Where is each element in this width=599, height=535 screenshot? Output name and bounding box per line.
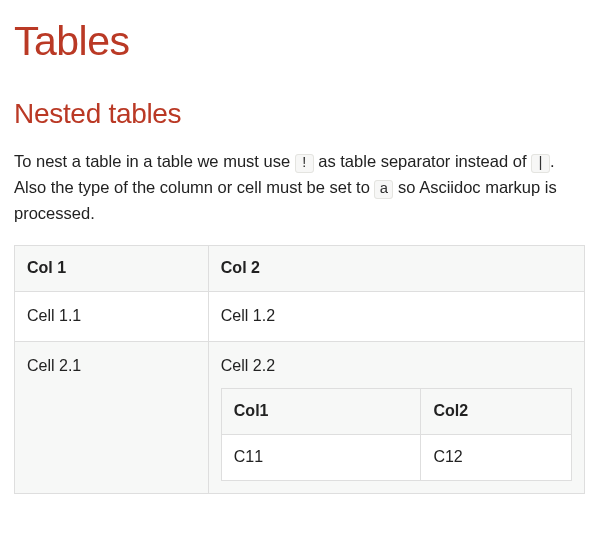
text: as table separator instead of	[314, 152, 531, 170]
text: To nest a table in a table we must use	[14, 152, 295, 170]
code-exclaim: !	[295, 154, 314, 173]
table-row: Cell 1.1 Cell 1.2	[15, 291, 585, 341]
intro-paragraph: To nest a table in a table we must use !…	[14, 149, 585, 227]
outer-table: Col 1 Col 2 Cell 1.1 Cell 1.2 Cell 2.1 C…	[14, 245, 585, 494]
table-row: C11 C12	[221, 435, 571, 481]
nested-cell-label: Cell 2.2	[221, 354, 572, 379]
section-heading: Nested tables	[14, 92, 585, 135]
col-header: Col 2	[208, 246, 584, 292]
code-pipe: |	[531, 154, 550, 173]
table-cell: Cell 2.1	[15, 341, 209, 493]
table-cell: Cell 1.2	[208, 291, 584, 341]
col-header: Col2	[421, 389, 572, 435]
table-header-row: Col1 Col2	[221, 389, 571, 435]
col-header: Col1	[221, 389, 421, 435]
table-cell-nested: Cell 2.2 Col1 Col2 C11 C12	[208, 341, 584, 493]
table-cell: C11	[221, 435, 421, 481]
table-row: Cell 2.1 Cell 2.2 Col1 Col2 C11 C12	[15, 341, 585, 493]
table-cell: Cell 1.1	[15, 291, 209, 341]
col-header: Col 1	[15, 246, 209, 292]
page-title: Tables	[14, 10, 585, 74]
table-header-row: Col 1 Col 2	[15, 246, 585, 292]
table-cell: C12	[421, 435, 572, 481]
inner-table: Col1 Col2 C11 C12	[221, 388, 572, 481]
code-a: a	[374, 180, 393, 199]
